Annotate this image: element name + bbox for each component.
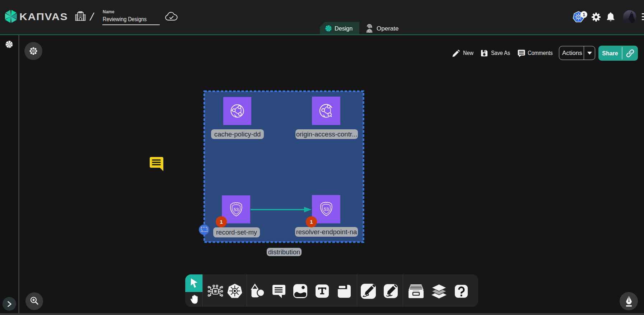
svg-text:53: 53 — [324, 207, 329, 212]
svg-text:53: 53 — [234, 207, 239, 212]
